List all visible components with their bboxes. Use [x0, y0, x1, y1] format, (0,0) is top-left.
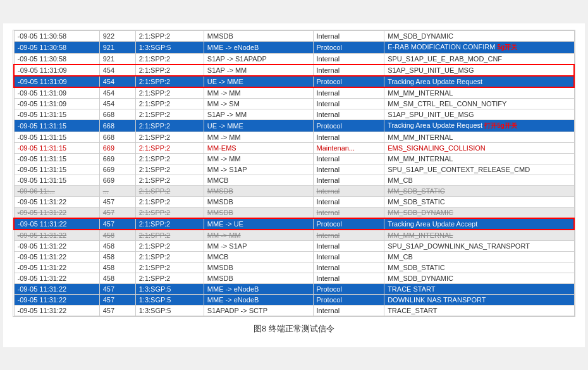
- table-row[interactable]: -09-05 11:31:224571:3:SGP:5MME -> eNodeB…: [14, 283, 574, 294]
- figure-caption: 图8 终端正常测试信令: [13, 323, 575, 335]
- signal-table: -09-05 11:30:589222:1:SPP:2MMSDBInternal…: [13, 30, 575, 316]
- annotation2: 打开5g开关: [484, 122, 517, 129]
- table-row[interactable]: -09-05 11:31:156682:1:SPP:2UE -> MMEProt…: [14, 120, 574, 132]
- table-row[interactable]: -09-05 11:31:224582:1:SPP:2MMSDBInternal…: [14, 273, 574, 283]
- table-row[interactable]: -09-05 11:31:224582:1:SPP:2MM -> S1APInt…: [14, 240, 574, 251]
- table-wrapper: -09-05 11:30:589222:1:SPP:2MMSDBInternal…: [13, 30, 575, 317]
- table-row[interactable]: -09-05 11:30:589212:1:SPP:2S1AP -> S1APA…: [14, 53, 574, 65]
- table-row[interactable]: -09-05 11:31:224572:1:SPP:2MMSDBInternal…: [14, 207, 574, 218]
- annotation: 5g开关: [497, 44, 517, 51]
- table-row[interactable]: -09-06 11:......2:1:SPP:2MMSDBInternalMM…: [14, 185, 574, 196]
- table-row[interactable]: -09-05 11:30:589222:1:SPP:2MMSDBInternal…: [14, 30, 574, 41]
- table-row[interactable]: -09-05 11:31:156692:1:SPP:2MM -> MMInter…: [14, 153, 574, 164]
- table-row[interactable]: -09-05 11:31:156682:1:SPP:2S1AP -> MMInt…: [14, 109, 574, 120]
- table-row[interactable]: -09-05 11:31:094542:1:SPP:2MM -> SMInter…: [14, 98, 574, 109]
- table-row[interactable]: -09-05 11:31:094542:1:SPP:2S1AP -> MMInt…: [14, 65, 574, 76]
- table-row[interactable]: -09-05 11:31:224571:3:SGP:5S1APADP -> SC…: [14, 305, 574, 316]
- page-container: -09-05 11:30:589222:1:SPP:2MMSDBInternal…: [3, 23, 585, 347]
- table-row[interactable]: -09-05 11:31:224572:1:SPP:2MME -> UEProt…: [14, 218, 574, 230]
- table-row[interactable]: -09-05 11:31:156692:1:SPP:2MM-EMSMainten…: [14, 142, 574, 153]
- table-row[interactable]: -09-05 11:31:094542:1:SPP:2MM -> MMInter…: [14, 87, 574, 99]
- table-row[interactable]: -09-05 11:31:224572:1:SPP:2MMSDBInternal…: [14, 196, 574, 207]
- table-row[interactable]: -09-05 11:30:589211:3:SGP:5MME -> eNodeB…: [14, 41, 574, 53]
- table-row[interactable]: -09-05 11:31:224582:1:SPP:2MM -> MMInter…: [14, 230, 574, 241]
- table-row[interactable]: -09-05 11:31:156682:1:SPP:2MM -> MMInter…: [14, 132, 574, 142]
- table-row[interactable]: -09-05 11:31:224582:1:SPP:2MMCBInternalM…: [14, 251, 574, 262]
- table-row[interactable]: -09-05 11:31:224571:3:SGP:5MME -> eNodeB…: [14, 294, 574, 305]
- table-row[interactable]: -09-05 11:31:224582:1:SPP:2MMSDBInternal…: [14, 262, 574, 273]
- table-row[interactable]: -09-05 11:31:094542:1:SPP:2UE -> MMEProt…: [14, 76, 574, 87]
- table-row[interactable]: -09-05 11:31:156692:1:SPP:2MMCBInternalM…: [14, 175, 574, 185]
- table-row[interactable]: -09-05 11:31:156692:1:SPP:2MM -> S1APInt…: [14, 164, 574, 175]
